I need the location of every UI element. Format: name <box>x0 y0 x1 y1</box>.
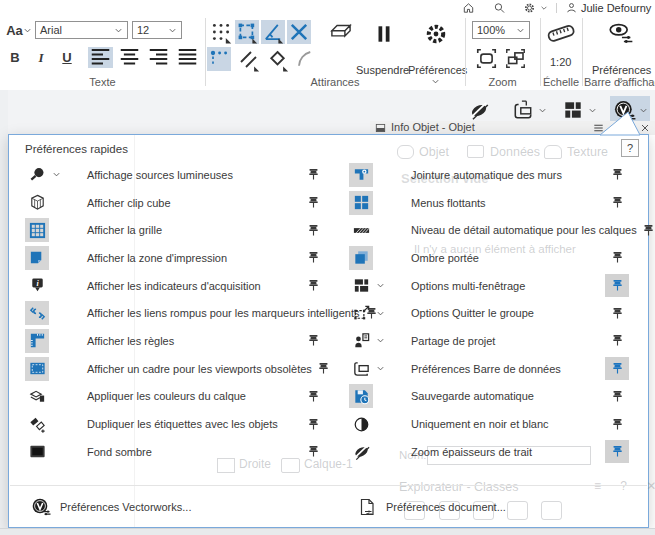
black-white-icon[interactable] <box>349 412 373 436</box>
snap-distribute-button[interactable] <box>265 47 290 71</box>
gear-icon[interactable] <box>522 1 537 15</box>
snap-point-button[interactable] <box>207 47 231 71</box>
pin-icon[interactable] <box>605 329 629 352</box>
snap-object-button[interactable] <box>235 20 259 44</box>
font-size-select[interactable]: 12 <box>132 21 182 39</box>
pref-item-print-area[interactable]: Afficher la zone d'impression <box>17 244 331 272</box>
pin-icon[interactable] <box>301 413 325 436</box>
pin-icon[interactable] <box>605 302 629 325</box>
autosave-icon[interactable] <box>349 384 373 408</box>
snap-tangent-button[interactable] <box>294 47 319 71</box>
snap-preferences-button[interactable] <box>424 22 448 46</box>
user-icon[interactable] <box>564 1 579 15</box>
pref-item-rulers[interactable]: Afficher les règles <box>17 327 331 355</box>
exit-group-button[interactable] <box>510 97 536 123</box>
pref-item-broken-links[interactable]: Afficher les liens rompus pour les marqu… <box>17 299 331 327</box>
pref-item-autosave[interactable]: Sauvegarde automatique <box>339 383 639 411</box>
pin-icon[interactable] <box>637 219 655 242</box>
chevron-down-icon[interactable] <box>376 281 391 291</box>
fit-objects-button[interactable] <box>503 46 528 70</box>
italic-button[interactable]: I <box>30 47 52 68</box>
pref-item-wall-join[interactable]: Jointure automatique des murs <box>339 161 639 189</box>
align-right-button[interactable] <box>146 47 171 68</box>
pin-icon[interactable] <box>301 329 325 352</box>
pref-item-drop-shadow[interactable]: Ombre portée <box>339 244 639 272</box>
bold-button[interactable]: B <box>4 47 26 68</box>
pin-icon[interactable] <box>605 440 629 463</box>
pref-item-layer-colors[interactable]: Appliquer les couleurs du calque <box>17 383 331 411</box>
multi-view-button[interactable] <box>560 97 586 123</box>
data-bar-icon[interactable] <box>349 357 373 381</box>
chevron-down-icon[interactable] <box>538 106 547 115</box>
underline-button[interactable]: U <box>56 47 78 68</box>
scale-value[interactable]: 1:20 <box>550 56 571 68</box>
wall-join-icon[interactable] <box>349 163 373 187</box>
broken-links-icon[interactable] <box>25 301 49 325</box>
pin-icon[interactable] <box>301 191 325 214</box>
pref-item-floating-menus[interactable]: Menus flottants <box>339 189 639 217</box>
pref-item-grid[interactable]: Afficher la grille <box>17 216 331 244</box>
pin-icon[interactable] <box>605 246 629 269</box>
grid-icon[interactable] <box>25 218 49 242</box>
pin-icon[interactable] <box>312 357 336 380</box>
pref-item-acquisition-indicators[interactable]: iAfficher les indicateurs d'acquisition <box>17 272 331 300</box>
chevron-down-icon[interactable] <box>540 4 548 12</box>
suspend-label[interactable]: Suspendre <box>356 64 409 76</box>
pin-icon[interactable] <box>301 385 325 408</box>
vectorworks-preferences-button[interactable]: Préférences Vectorworks... <box>31 491 191 523</box>
chevron-down-icon[interactable] <box>376 336 391 346</box>
snap-intersection-button[interactable] <box>287 20 311 44</box>
snap-grid-button[interactable] <box>209 20 233 44</box>
fit-page-button[interactable] <box>474 46 499 70</box>
floating-menus-icon[interactable] <box>349 191 373 215</box>
layer-colors-icon[interactable] <box>25 384 49 408</box>
user-name[interactable]: Julie Defourny <box>581 2 651 14</box>
home-icon[interactable] <box>461 1 476 15</box>
chevron-down-icon[interactable] <box>52 170 67 180</box>
project-sharing-icon[interactable] <box>349 329 373 353</box>
pin-icon[interactable] <box>301 163 325 186</box>
align-left-button[interactable] <box>88 47 113 68</box>
viewbar-preferences-label[interactable]: Préférences <box>592 64 651 76</box>
chevron-down-icon[interactable] <box>376 308 391 318</box>
snap-parallel-button[interactable] <box>236 47 261 71</box>
pref-item-line-weight-zoom[interactable]: Zoom épaisseurs de trait <box>339 438 639 466</box>
pin-icon[interactable] <box>605 191 629 214</box>
exit-group-icon[interactable] <box>349 301 373 325</box>
detail-level-icon[interactable] <box>349 218 373 242</box>
text-style-button[interactable]: Aa <box>6 21 32 40</box>
dark-background-icon[interactable] <box>25 440 49 464</box>
pref-item-black-white[interactable]: Uniquement en noir et blanc <box>339 410 639 438</box>
font-family-select[interactable]: Arial <box>35 21 128 39</box>
panel-collapse-icon[interactable] <box>374 122 387 134</box>
pref-item-exit-group[interactable]: Options Quitter le groupe <box>339 299 639 327</box>
scale-button[interactable] <box>546 21 576 45</box>
viewport-frame-icon[interactable] <box>25 357 49 381</box>
pin-icon[interactable] <box>605 357 629 380</box>
print-area-icon[interactable] <box>25 246 49 270</box>
duplicate-tags-icon[interactable] <box>25 412 49 436</box>
light-sources-icon[interactable] <box>25 163 49 187</box>
pin-icon[interactable] <box>605 163 629 186</box>
pref-item-dark-background[interactable]: Fond sombre <box>17 438 331 466</box>
pref-item-viewport-frame[interactable]: Afficher un cadre pour les viewports obs… <box>17 355 331 383</box>
line-weight-display-button[interactable] <box>466 97 492 123</box>
align-justify-button[interactable] <box>175 47 200 68</box>
suspend-snapping-button[interactable] <box>373 22 395 46</box>
pref-item-project-sharing[interactable]: Partage de projet <box>339 327 639 355</box>
line-weight-zoom-icon[interactable] <box>349 440 373 464</box>
align-center-button[interactable] <box>117 47 142 68</box>
pin-icon[interactable] <box>301 274 325 297</box>
zoom-level-select[interactable]: 100% <box>472 21 530 39</box>
pref-item-light-sources[interactable]: Affichage sources lumineuses <box>17 161 331 189</box>
multi-pane-icon[interactable] <box>349 274 373 298</box>
pin-icon[interactable] <box>301 219 325 242</box>
clip-cube-icon[interactable] <box>25 191 49 215</box>
search-icon[interactable] <box>492 1 507 15</box>
drop-shadow-icon[interactable] <box>349 246 373 270</box>
viewbar-preferences-button[interactable] <box>607 20 633 46</box>
pref-item-multi-pane[interactable]: Options multi-fenêtrage <box>339 272 639 300</box>
pref-item-duplicate-tags[interactable]: Dupliquer les étiquettes avec les objets <box>17 410 331 438</box>
pref-item-detail-level[interactable]: Niveau de détail automatique pour les ca… <box>339 216 639 244</box>
snap-preferences-label[interactable]: Préférences <box>408 64 467 76</box>
